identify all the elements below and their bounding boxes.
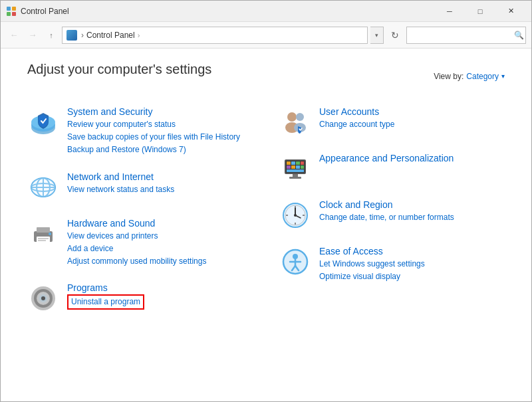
categories-grid: System and Security Review your computer… [27, 106, 505, 329]
system-security-link-3[interactable]: Backup and Restore (Windows 7) [67, 144, 253, 156]
main-content: Adjust your computer's settings View by:… [1, 49, 531, 402]
view-by-value[interactable]: Category [466, 72, 499, 81]
path-label: Control Panel [86, 31, 135, 40]
category-network-internet: Network and Internet View network status… [27, 171, 253, 203]
search-input[interactable] [407, 31, 512, 40]
svg-rect-36 [296, 165, 300, 169]
search-icon[interactable]: 🔍 [512, 27, 525, 44]
svg-rect-32 [296, 161, 300, 165]
hardware-sound-icon [27, 218, 59, 250]
category-programs: Programs Uninstall a program [27, 282, 253, 314]
user-accounts-icon [279, 106, 311, 138]
category-user-accounts: User Accounts Change account type [279, 106, 505, 138]
forward-button[interactable]: → [25, 27, 41, 43]
svg-rect-35 [291, 165, 295, 169]
svg-point-24 [287, 112, 297, 122]
svg-rect-33 [301, 161, 304, 165]
svg-rect-30 [287, 161, 291, 165]
system-security-link-2[interactable]: Save backup copies of your files with Fi… [67, 131, 253, 144]
svg-rect-16 [38, 238, 49, 239]
maximize-button[interactable]: □ [465, 1, 495, 22]
ease-of-access-title[interactable]: Ease of Access [319, 246, 505, 256]
back-button[interactable]: ← [6, 27, 22, 43]
hardware-sound-link-3[interactable]: Adjust commonly used mobility settings [67, 255, 253, 268]
hardware-sound-content: Hardware and Sound View devices and prin… [67, 218, 253, 268]
close-button[interactable]: ✕ [495, 1, 526, 22]
network-internet-link-1[interactable]: View network status and tasks [67, 183, 253, 196]
header-row: Adjust your computer's settings View by:… [27, 62, 505, 90]
clock-region-content: Clock and Region Change date, time, or n… [319, 199, 505, 224]
programs-title[interactable]: Programs [67, 282, 253, 293]
svg-point-12 [31, 178, 55, 197]
svg-rect-2 [7, 12, 11, 16]
ease-of-access-link-2[interactable]: Optimize visual display [319, 270, 505, 283]
appearance-title[interactable]: Appearance and Personalization [319, 153, 505, 163]
clock-region-icon [279, 199, 311, 231]
svg-point-47 [294, 214, 297, 217]
user-accounts-title[interactable]: User Accounts [319, 106, 505, 117]
appearance-content: Appearance and Personalization [319, 153, 505, 165]
network-internet-icon [27, 171, 59, 203]
programs-icon [27, 282, 59, 314]
svg-rect-40 [289, 177, 301, 179]
svg-rect-38 [287, 169, 304, 172]
minimize-button[interactable]: ─ [434, 1, 465, 22]
svg-rect-34 [287, 165, 291, 169]
system-security-title[interactable]: System and Security [67, 106, 253, 117]
system-security-icon [27, 106, 59, 138]
path-trailing-arrow: › [138, 31, 140, 39]
network-internet-content: Network and Internet View network status… [67, 171, 253, 196]
page-title: Adjust your computer's settings [27, 62, 211, 77]
search-box: 🔍 [406, 27, 526, 44]
network-internet-title[interactable]: Network and Internet [67, 171, 253, 182]
svg-point-26 [296, 113, 304, 121]
ease-of-access-content: Ease of Access Let Windows suggest setti… [319, 246, 505, 283]
ease-of-access-icon [279, 246, 311, 278]
ease-of-access-link-1[interactable]: Let Windows suggest settings [319, 258, 505, 270]
addressbar: ← → ↑ › Control Panel › ▾ ↻ 🔍 [1, 22, 531, 49]
right-column: User Accounts Change account type [279, 106, 505, 329]
svg-rect-14 [37, 227, 50, 233]
user-accounts-link-1[interactable]: Change account type [319, 118, 505, 131]
address-path[interactable]: › Control Panel › [62, 27, 368, 44]
path-icon [66, 30, 77, 41]
svg-rect-37 [301, 165, 304, 169]
clock-region-title[interactable]: Clock and Region [319, 199, 505, 210]
window-title: Control Panel [21, 7, 434, 16]
svg-rect-3 [12, 12, 16, 16]
svg-point-23 [41, 296, 45, 300]
window-controls: ─ □ ✕ [434, 1, 526, 22]
left-column: System and Security Review your computer… [27, 106, 253, 329]
app-icon [6, 6, 17, 17]
user-accounts-content: User Accounts Change account type [319, 106, 505, 131]
category-clock-region: Clock and Region Change date, time, or n… [279, 199, 505, 231]
category-appearance: Appearance and Personalization [279, 153, 505, 185]
clock-region-link-1[interactable]: Change date, time, or number formats [319, 211, 505, 224]
system-security-link-1[interactable]: Review your computer's status [67, 118, 253, 131]
address-dropdown-button[interactable]: ▾ [370, 27, 384, 44]
refresh-button[interactable]: ↻ [386, 27, 404, 44]
programs-uninstall-link[interactable]: Uninstall a program [67, 294, 144, 310]
up-button[interactable]: ↑ [43, 27, 59, 43]
view-by-control: View by: Category ▾ [434, 72, 505, 81]
hardware-sound-title[interactable]: Hardware and Sound [67, 218, 253, 229]
hardware-sound-link-2[interactable]: Add a device [67, 243, 253, 255]
category-system-security: System and Security Review your computer… [27, 106, 253, 157]
system-security-content: System and Security Review your computer… [67, 106, 253, 157]
category-ease-of-access: Ease of Access Let Windows suggest setti… [279, 246, 505, 283]
svg-rect-31 [291, 161, 295, 165]
svg-point-18 [49, 233, 51, 235]
category-hardware-sound: Hardware and Sound View devices and prin… [27, 218, 253, 268]
path-separator: › [81, 31, 84, 40]
svg-rect-17 [38, 240, 46, 241]
programs-content: Programs Uninstall a program [67, 282, 253, 310]
view-by-label: View by: [434, 72, 464, 81]
view-by-dropdown-icon[interactable]: ▾ [501, 72, 505, 80]
appearance-icon [279, 153, 311, 185]
svg-rect-1 [12, 7, 16, 11]
titlebar: Control Panel ─ □ ✕ [1, 1, 531, 22]
svg-rect-0 [7, 7, 11, 11]
hardware-sound-link-1[interactable]: View devices and printers [67, 230, 253, 243]
